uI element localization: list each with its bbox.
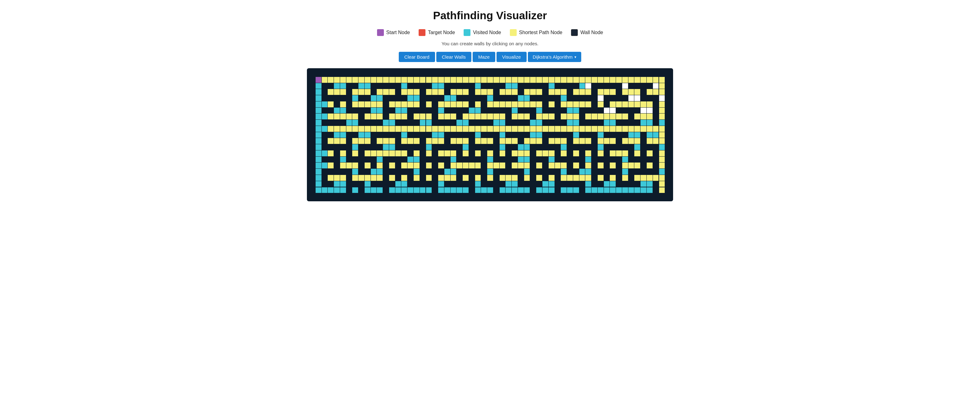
legend-item-start: Start Node bbox=[377, 29, 410, 36]
algorithm-dropdown-button[interactable]: Dijkstra's Algorithm▾ bbox=[528, 52, 582, 62]
grid-container bbox=[307, 68, 673, 201]
dropdown-caret-icon: ▾ bbox=[574, 55, 576, 59]
legend-label-target: Target Node bbox=[428, 30, 455, 35]
algorithm-dropdown-label: Dijkstra's Algorithm bbox=[533, 54, 573, 60]
legend-color-wall bbox=[571, 29, 578, 36]
legend-item-shortest: Shortest Path Node bbox=[510, 29, 563, 36]
legend: Start NodeTarget NodeVisited NodeShortes… bbox=[377, 29, 603, 36]
maze-grid[interactable] bbox=[309, 70, 671, 199]
visualize-button[interactable]: Visualize bbox=[496, 52, 527, 62]
legend-label-start: Start Node bbox=[387, 30, 410, 35]
legend-label-visited: Visited Node bbox=[473, 30, 501, 35]
legend-color-start bbox=[377, 29, 384, 36]
legend-color-visited bbox=[464, 29, 471, 36]
legend-item-visited: Visited Node bbox=[464, 29, 501, 36]
legend-item-target: Target Node bbox=[418, 29, 455, 36]
toolbar: Clear BoardClear WallsMazeVisualizeDijks… bbox=[399, 52, 581, 62]
clear-walls-button[interactable]: Clear Walls bbox=[436, 52, 471, 62]
legend-label-wall: Wall Node bbox=[580, 30, 603, 35]
clear-board-button[interactable]: Clear Board bbox=[399, 52, 435, 62]
legend-label-shortest: Shortest Path Node bbox=[519, 30, 563, 35]
legend-color-shortest bbox=[510, 29, 517, 36]
legend-item-wall: Wall Node bbox=[571, 29, 603, 36]
page-title: Pathfinding Visualizer bbox=[433, 9, 547, 22]
legend-color-target bbox=[418, 29, 425, 36]
maze-button[interactable]: Maze bbox=[473, 52, 495, 62]
hint-text: You can create walls by clicking on any … bbox=[442, 41, 539, 46]
